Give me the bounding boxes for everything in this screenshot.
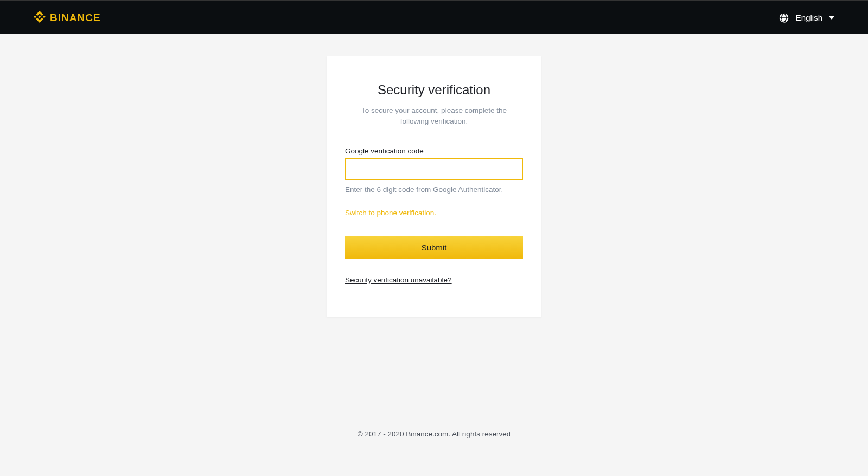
binance-logo-icon (34, 11, 46, 25)
footer-copyright: © 2017 - 2020 Binance.com. All rights re… (0, 430, 868, 438)
brand-name: BINANCE (50, 12, 101, 24)
card-title: Security verification (345, 82, 523, 98)
main: Security verification To secure your acc… (0, 34, 868, 317)
code-field-label: Google verification code (345, 147, 523, 155)
google-code-input[interactable] (345, 158, 523, 180)
card-subtitle: To secure your account, please complete … (345, 105, 523, 126)
language-label: English (796, 13, 822, 22)
verification-card: Security verification To secure your acc… (327, 56, 541, 317)
code-hint: Enter the 6 digit code from Google Authe… (345, 185, 523, 194)
switch-phone-link[interactable]: Switch to phone verification. (345, 209, 436, 217)
unavailable-link[interactable]: Security verification unavailable? (345, 276, 452, 284)
caret-down-icon (829, 16, 834, 20)
language-selector[interactable]: English (778, 12, 834, 23)
brand-logo[interactable]: BINANCE (34, 11, 101, 25)
submit-button[interactable]: Submit (345, 236, 523, 259)
header: BINANCE English (0, 1, 868, 34)
globe-icon (778, 12, 789, 23)
